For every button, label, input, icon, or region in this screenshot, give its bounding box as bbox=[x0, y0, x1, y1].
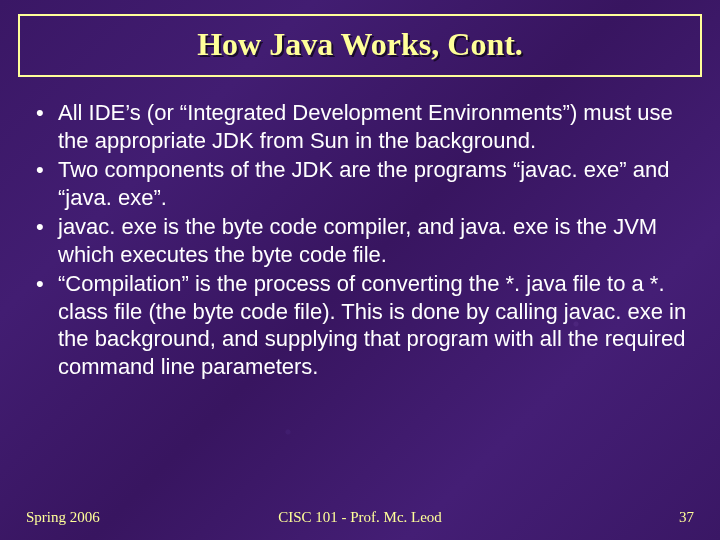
footer-center: CISC 101 - Prof. Mc. Leod bbox=[249, 509, 472, 526]
footer: Spring 2006 CISC 101 - Prof. Mc. Leod 37 bbox=[0, 509, 720, 526]
bullet-list: All IDE’s (or “Integrated Development En… bbox=[30, 99, 690, 380]
list-item: All IDE’s (or “Integrated Development En… bbox=[30, 99, 690, 154]
slide-title: How Java Works, Cont. bbox=[20, 26, 700, 63]
list-item: javac. exe is the byte code compiler, an… bbox=[30, 213, 690, 268]
footer-right: 37 bbox=[471, 509, 694, 526]
list-item: Two components of the JDK are the progra… bbox=[30, 156, 690, 211]
footer-left: Spring 2006 bbox=[26, 509, 249, 526]
title-box: How Java Works, Cont. bbox=[18, 14, 702, 77]
list-item: “Compilation” is the process of converti… bbox=[30, 270, 690, 380]
slide-content: All IDE’s (or “Integrated Development En… bbox=[0, 77, 720, 380]
